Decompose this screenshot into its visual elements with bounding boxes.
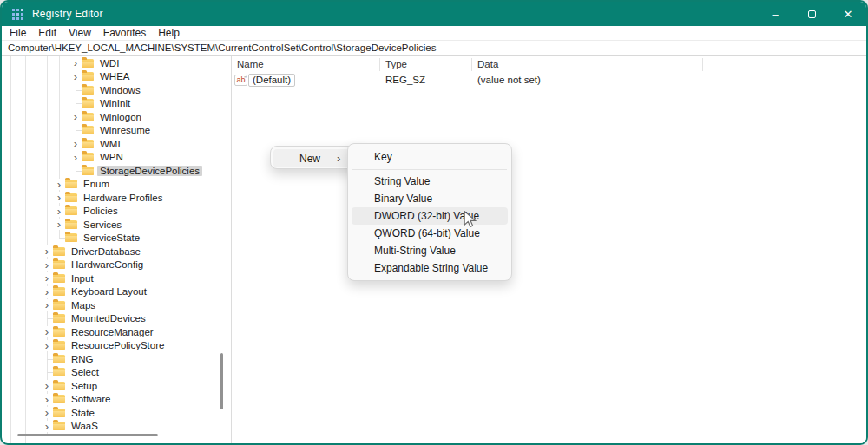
close-button[interactable]: ✕ (830, 2, 866, 26)
folder-icon (53, 274, 65, 283)
value-name: (Default) (248, 74, 295, 87)
tree-item-label: ServiceState (81, 232, 142, 243)
tree-item-waas[interactable]: ›WaaS (2, 420, 231, 434)
tree-horizontal-scrollbar[interactable] (17, 434, 158, 436)
column-header-data[interactable]: Data (472, 58, 703, 71)
registry-tree-pane[interactable]: ›WDI›WHEAWindowsWinInit›WinlogonWinresum… (2, 56, 232, 443)
chevron-right-icon[interactable]: › (41, 286, 53, 298)
submenu-item-expandable-string-value[interactable]: Expandable String Value (352, 259, 508, 277)
tree-item-label: Services (81, 219, 124, 230)
chevron-right-icon[interactable]: › (69, 111, 82, 122)
tree-item-hardware-profiles[interactable]: ›Hardware Profiles (2, 191, 231, 205)
tree-item-windows[interactable]: Windows (2, 83, 231, 97)
menu-bar: FileEditViewFavoritesHelp (2, 26, 866, 41)
new-submenu: KeyString ValueBinary ValueDWORD (32-bit… (347, 143, 512, 281)
submenu-item-string-value[interactable]: String Value (352, 173, 508, 190)
tree-item-servicestate[interactable]: ServiceState (2, 232, 231, 245)
column-header-type[interactable]: Type (380, 58, 472, 71)
value-list-pane[interactable]: NameTypeData ab(Default)REG_SZ(value not… (232, 56, 866, 443)
chevron-right-icon[interactable]: › (53, 192, 65, 203)
tree-item-setup[interactable]: ›Setup (2, 379, 231, 393)
new-menu-label: New (299, 153, 320, 165)
submenu-item-qword-64-bit-value[interactable]: QWORD (64-bit) Value (352, 225, 508, 242)
chevron-right-icon[interactable]: › (53, 179, 65, 190)
tree-item-hardwareconfig[interactable]: ›HardwareConfig (2, 258, 231, 272)
menu-file[interactable]: File (10, 27, 26, 39)
tree-item-wininit[interactable]: WinInit (2, 97, 231, 111)
tree-item-wmi[interactable]: ›WMI (2, 137, 231, 151)
tree-vertical-scrollbar[interactable] (220, 353, 223, 409)
folder-icon (82, 167, 94, 175)
column-header-name[interactable]: Name (232, 58, 380, 71)
chevron-right-icon[interactable]: › (41, 421, 53, 432)
tree-item-winlogon[interactable]: ›Winlogon (2, 110, 231, 124)
menu-favorites[interactable]: Favorites (103, 27, 146, 39)
tree-item-policies[interactable]: ›Policies (2, 205, 231, 219)
tree-item-services[interactable]: ›Services (2, 218, 231, 232)
tree-item-rng[interactable]: RNG (2, 352, 231, 366)
chevron-right-icon[interactable]: › (69, 138, 82, 149)
chevron-right-icon[interactable]: › (41, 326, 53, 337)
tree-item-driverdatabase[interactable]: ›DriverDatabase (2, 245, 231, 258)
chevron-right-icon[interactable]: › (69, 152, 82, 163)
tree-item-winresume[interactable]: Winresume (2, 124, 231, 138)
tree-item-software[interactable]: ›Software (2, 393, 231, 407)
folder-icon (65, 193, 77, 202)
tree-item-resourcemanager[interactable]: ›ResourceManager (2, 325, 231, 339)
minimize-button[interactable]: – (757, 2, 793, 26)
tree-item-state[interactable]: ›State (2, 406, 231, 420)
list-rows: ab(Default)REG_SZ(value not set) (232, 73, 866, 87)
registry-editor-window: Registry Editor – ✕ FileEditViewFavorite… (0, 0, 868, 445)
tree-item-label: Winresume (97, 125, 153, 135)
chevron-right-icon[interactable]: › (41, 259, 53, 271)
tree-item-wpn[interactable]: ›WPN (2, 151, 231, 165)
tree-item-wdi[interactable]: ›WDI (2, 56, 231, 70)
chevron-right-icon[interactable]: › (41, 245, 53, 257)
folder-icon (53, 395, 65, 403)
tree-item-select[interactable]: Select (2, 366, 231, 380)
folder-icon (82, 86, 94, 95)
folder-icon (82, 153, 94, 161)
tree-item-input[interactable]: ›Input (2, 272, 231, 285)
address-bar[interactable]: Computer\HKEY_LOCAL_MACHINE\SYSTEM\Curre… (2, 41, 866, 56)
chevron-right-icon[interactable]: › (41, 340, 53, 351)
tree-item-maps[interactable]: ›Maps (2, 298, 231, 312)
maximize-button[interactable] (793, 2, 830, 26)
submenu-item-dword-32-bit-value[interactable]: DWORD (32-bit) Value (352, 207, 508, 225)
chevron-right-icon[interactable]: › (69, 57, 82, 69)
submenu-item-multi-string-value[interactable]: Multi-String Value (352, 242, 508, 259)
value-row[interactable]: ab(Default)REG_SZ(value not set) (232, 73, 866, 87)
folder-icon (53, 287, 65, 296)
tree-connector (69, 124, 82, 138)
menu-view[interactable]: View (69, 27, 91, 39)
folder-icon (65, 233, 77, 242)
tree-item-mounteddevices[interactable]: MountedDevices (2, 312, 231, 326)
chevron-right-icon[interactable]: › (69, 71, 82, 82)
chevron-right-icon[interactable]: › (41, 407, 53, 418)
registry-app-icon (12, 9, 23, 20)
tree-item-enum[interactable]: ›Enum (2, 178, 231, 192)
folder-icon (53, 260, 65, 269)
tree-item-resourcepolicystore[interactable]: ›ResourcePolicyStore (2, 339, 231, 353)
tree-item-label: WaaS (69, 421, 101, 431)
submenu-item-key[interactable]: Key (352, 147, 508, 167)
chevron-right-icon[interactable]: › (53, 219, 65, 230)
maximize-icon (808, 10, 816, 18)
folder-icon (53, 355, 65, 363)
folder-icon (82, 72, 94, 81)
chevron-right-icon[interactable]: › (41, 380, 53, 391)
folder-icon (82, 140, 94, 148)
chevron-right-icon[interactable]: › (41, 299, 53, 311)
menu-edit[interactable]: Edit (38, 27, 56, 39)
tree-item-storagedevicepolicies[interactable]: StorageDevicePolicies (2, 164, 231, 178)
chevron-right-icon[interactable]: › (41, 272, 53, 284)
chevron-right-icon[interactable]: › (41, 394, 53, 405)
submenu-arrow-icon: › (337, 152, 340, 165)
tree-item-keyboard-layout[interactable]: ›Keyboard Layout (2, 285, 231, 299)
folder-icon (65, 220, 77, 229)
chevron-right-icon[interactable]: › (53, 206, 65, 217)
submenu-item-binary-value[interactable]: Binary Value (352, 190, 508, 207)
tree-item-whea[interactable]: ›WHEA (2, 70, 231, 84)
menu-help[interactable]: Help (158, 27, 180, 39)
folder-icon (53, 301, 65, 310)
